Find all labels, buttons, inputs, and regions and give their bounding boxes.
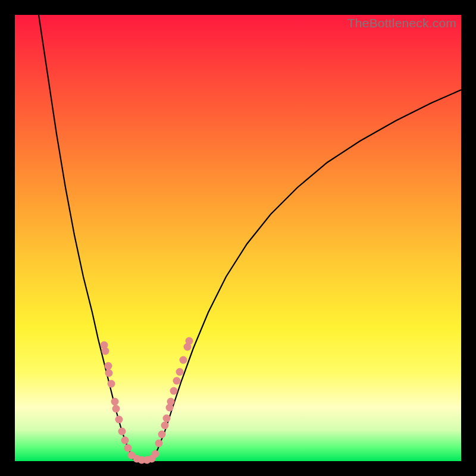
data-dot: [112, 405, 120, 413]
data-dot: [105, 369, 113, 377]
data-dot: [124, 444, 132, 452]
watermark-text: TheBottleneck.com: [347, 16, 456, 30]
right-curve: [152, 90, 461, 460]
data-dot: [105, 362, 112, 370]
data-dot: [170, 387, 178, 395]
chart-plot-area: TheBottleneck.com: [15, 15, 461, 461]
data-dot: [161, 422, 169, 430]
data-dot: [163, 415, 171, 422]
data-dot: [118, 428, 126, 436]
data-dot: [158, 431, 166, 439]
left-curve: [39, 15, 134, 460]
data-dot: [155, 440, 163, 447]
chart-svg: [15, 15, 461, 461]
data-dot: [115, 416, 123, 424]
data-dot: [102, 347, 109, 355]
data-dot: [111, 398, 119, 406]
data-dot: [152, 450, 159, 458]
data-dot: [173, 377, 181, 385]
data-dot: [186, 337, 193, 345]
data-dot: [167, 398, 175, 406]
data-dots: [101, 337, 193, 464]
data-dot: [108, 380, 115, 388]
data-dot: [180, 356, 187, 364]
data-dot: [121, 437, 129, 444]
data-dot: [176, 368, 184, 376]
